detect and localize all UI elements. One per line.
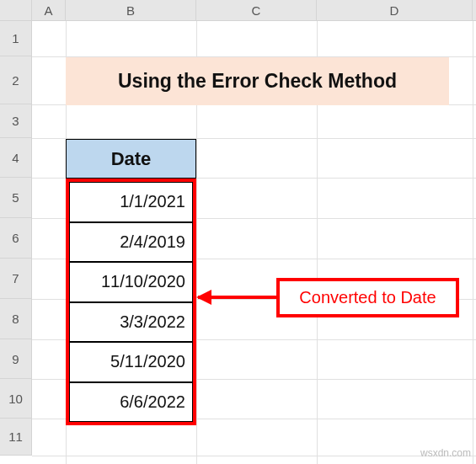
cell-B7[interactable]: 11/10/2020 <box>69 262 193 302</box>
col-header-A[interactable]: A <box>32 0 66 20</box>
annotation-arrow <box>198 296 276 299</box>
title-cell[interactable]: Using the Error Check Method <box>66 57 449 105</box>
date-data-range: 1/1/2021 2/4/2019 11/10/2020 3/3/2022 5/… <box>66 179 196 425</box>
row-header-3[interactable]: 3 <box>0 104 32 138</box>
annotation-callout: Converted to Date <box>276 278 459 317</box>
cell-B5[interactable]: 1/1/2021 <box>69 182 193 222</box>
col-header-D[interactable]: D <box>317 0 473 20</box>
row-header-7[interactable]: 7 <box>0 259 32 299</box>
row-header-8[interactable]: 8 <box>0 299 32 339</box>
cell-B6[interactable]: 2/4/2019 <box>69 222 193 263</box>
watermark: wsxdn.com <box>420 447 471 459</box>
row-header-5[interactable]: 5 <box>0 178 32 218</box>
row-header-11[interactable]: 11 <box>0 419 32 456</box>
row-header-4[interactable]: 4 <box>0 138 32 178</box>
col-header-B[interactable]: B <box>66 0 196 20</box>
cell-B10[interactable]: 6/6/2022 <box>69 382 193 423</box>
spreadsheet-grid: A B C D 1 2 3 4 5 6 7 8 9 10 11 Using th… <box>0 0 476 464</box>
select-all-corner[interactable] <box>0 0 32 21</box>
cell-B8[interactable]: 3/3/2022 <box>69 302 193 343</box>
cell-B9[interactable]: 5/11/2020 <box>69 342 193 382</box>
row-header-1[interactable]: 1 <box>0 21 32 56</box>
row-header-9[interactable]: 9 <box>0 339 32 379</box>
col-header-C[interactable]: C <box>196 0 317 20</box>
table-header-date[interactable]: Date <box>66 139 196 179</box>
row-header-10[interactable]: 10 <box>0 379 32 419</box>
column-headers-row: A B C D <box>0 0 476 21</box>
row-header-2[interactable]: 2 <box>0 56 32 104</box>
row-header-6[interactable]: 6 <box>0 218 32 259</box>
